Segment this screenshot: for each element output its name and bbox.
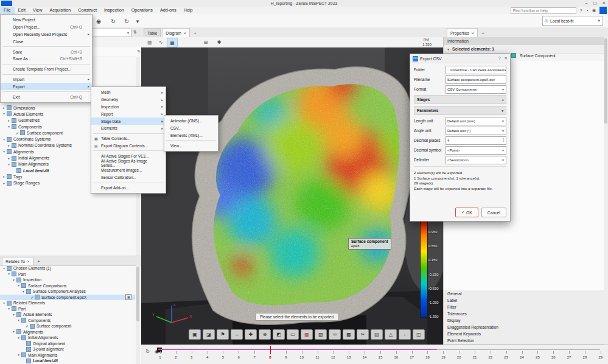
stage-number-10[interactable]: 10 (299, 355, 304, 359)
menu-item-table-contents[interactable]: ▦Table Contents... (91, 135, 166, 142)
menu-item-save-as[interactable]: Save As...Ctrl+Shift+S (1, 55, 92, 63)
close-button[interactable]: ✕ (603, 1, 606, 5)
diagram-options-icon[interactable]: ✱ (214, 38, 224, 46)
expander-icon[interactable]: ▸ (7, 156, 11, 160)
menu-item-stage-data[interactable]: Stage Data▸ (91, 117, 166, 125)
stage-number-27[interactable]: 27 (567, 355, 571, 359)
expander-icon[interactable]: ▾ (7, 163, 11, 166)
sort-icon[interactable]: ⇅ (133, 30, 137, 35)
cancel-button[interactable]: Cancel (481, 208, 506, 217)
menu-item-import[interactable]: Import▸ (1, 76, 92, 83)
menu-item-open-project[interactable]: Open Project...Ctrl+O (1, 24, 92, 31)
tree-item-original-alignment[interactable]: Original alignment (0, 341, 135, 347)
tab-relates-to[interactable]: Relates To ✕ (2, 257, 33, 265)
expander-icon[interactable]: ▾ (446, 47, 450, 51)
close-tab-icon[interactable]: ✕ (27, 259, 30, 264)
refresh-icon[interactable]: ↻ (107, 15, 119, 27)
field-text[interactable]: ...\OneDrive - Carl Zeiss AG\Dokumente (446, 66, 506, 74)
expander-icon[interactable]: ▾ (7, 307, 11, 310)
menu-item-measurement-images[interactable]: Measurement Images... (91, 167, 166, 174)
tab-diagram[interactable]: Diagram✕ (162, 28, 190, 37)
menu-item-save[interactable]: SaveCtrl+S (1, 48, 92, 55)
element-label[interactable]: Surface component epsX (348, 238, 391, 250)
properties-scrollbar[interactable] (604, 37, 608, 345)
stage-number-28[interactable]: 28 (583, 355, 587, 359)
stage-number-7[interactable]: 7 (253, 355, 255, 359)
stage-number-18[interactable]: 18 (425, 355, 430, 359)
user-icon[interactable]: ◉ (592, 8, 596, 13)
stage-timeline[interactable]: ↻◉12345678910111213141516171819202122232… (141, 345, 608, 364)
stage-number-25[interactable]: 25 (536, 355, 540, 359)
alignment-combo[interactable]: ◎ Local best-fit ▼ (542, 16, 603, 26)
dialog-section-stages[interactable]: Stages◂ (414, 95, 506, 104)
expander-icon[interactable]: ▾ (2, 301, 6, 305)
stage-number-2[interactable]: 2 (175, 355, 176, 359)
expander-icon[interactable]: ▾ (7, 272, 11, 276)
field-spin[interactable]: 4▲▼ (446, 136, 506, 145)
cut-button[interactable]: ✂ (357, 329, 369, 340)
expander-icon[interactable]: ▾ (2, 150, 6, 153)
menu-item-elements[interactable]: Elements▸ (91, 125, 166, 132)
stage-number-29[interactable]: 29 (598, 355, 603, 359)
toolbar-dropdown-icon[interactable]: ▾ (131, 15, 144, 27)
expander-icon[interactable]: ▾ (12, 278, 16, 282)
stage-number-19[interactable]: 19 (441, 355, 446, 359)
stage-number-24[interactable]: 24 (520, 355, 524, 359)
notifications-icon[interactable]: ◔ (586, 9, 589, 13)
menubar-item-help[interactable]: Help (180, 7, 197, 14)
snapshot-button[interactable]: ◪ (203, 329, 215, 340)
hatch-view-button[interactable]: ▧ (315, 329, 327, 340)
expander-icon[interactable]: ▾ (16, 284, 21, 287)
tree-item-part[interactable]: ▾Part (0, 271, 135, 278)
properties-section-point-selection[interactable]: Point Selection (444, 337, 607, 345)
tree-item-chosen-elements-1[interactable]: ▾Chosen Elements (1) (0, 265, 135, 271)
box-select-button[interactable]: ▭ (287, 329, 299, 340)
stage-number-3[interactable]: 3 (190, 355, 192, 359)
expander-icon[interactable]: ▾ (16, 336, 21, 340)
stage-number-8[interactable]: 8 (269, 355, 271, 359)
menu-item-view[interactable]: View... (164, 142, 218, 149)
tree-item-initial-alignments[interactable]: ▾Initial Alignments (0, 335, 135, 341)
expander-icon[interactable]: ▸ (7, 144, 11, 147)
zoom-fit-button[interactable]: ⊕ (259, 329, 271, 340)
stage-number-20[interactable]: 20 (457, 355, 461, 359)
menu-item-close[interactable]: Close (1, 38, 92, 45)
menu-item-report[interactable]: Report▸ (91, 110, 166, 117)
field-text[interactable]: Surface component.epsX.csv (446, 75, 506, 84)
field-select[interactable]: <Point>▼ (446, 146, 506, 155)
help-icon[interactable]: ? (580, 9, 582, 13)
menu-item-elements-xml[interactable]: Elements (XML)... (164, 132, 218, 139)
stage-number-9[interactable]: 9 (285, 355, 287, 359)
tree-item-surface-component-analyses[interactable]: ▾Surface Component Analyses (0, 289, 135, 295)
download-button[interactable]: ↓ (399, 329, 411, 340)
close-tab-icon[interactable]: ✕ (183, 31, 186, 35)
row-badge-icon[interactable]: ◨ (125, 294, 131, 300)
stage-number-11[interactable]: 11 (315, 355, 319, 359)
stage-number-23[interactable]: 23 (504, 355, 508, 359)
expander-icon[interactable]: ▸ (7, 119, 11, 122)
stage-number-13[interactable]: 13 (347, 355, 351, 359)
stage-number-4[interactable]: 4 (206, 355, 208, 359)
tab-table[interactable]: Table (144, 28, 161, 37)
current-stage-line[interactable] (270, 346, 271, 354)
menu-item-mesh[interactable]: Mesh▸ (91, 89, 166, 96)
expander-icon[interactable]: ▾ (12, 330, 16, 334)
stage-number-12[interactable]: 12 (331, 355, 335, 359)
report-button[interactable]: ▤ (371, 329, 383, 340)
stage-number-21[interactable]: 21 (473, 355, 477, 359)
menu-item-sensor-calibration[interactable]: Sensor Calibration... (91, 174, 166, 181)
tree-item-surface-component[interactable]: ✓Surface component (0, 323, 135, 329)
stage-number-15[interactable]: 15 (379, 355, 383, 359)
menu-item-all-active-stages-as-image-series[interactable]: All Active Stages As Image Series... (91, 159, 166, 167)
expander-icon[interactable]: ▾ (2, 138, 6, 141)
camera-icon[interactable]: ◉ (93, 15, 105, 27)
tree-item-related-elements[interactable]: ▾Related Elements (0, 300, 135, 306)
stage-number-6[interactable]: 6 (238, 355, 240, 359)
edit-pencil-icon[interactable]: ✎ (137, 49, 141, 54)
menu-item-inspection[interactable]: Inspection▸ (91, 103, 166, 111)
menu-item-exit[interactable]: ExitCtrl+Q (1, 93, 92, 100)
field-select[interactable]: Default unit (mm)▼ (446, 117, 506, 125)
tree-item-components[interactable]: ▾Components (0, 318, 135, 324)
tree-item-main-alignments[interactable]: ▾Main Alignments (0, 352, 135, 359)
tree-item-3-point-alignment[interactable]: 3-point alignment (0, 346, 135, 352)
